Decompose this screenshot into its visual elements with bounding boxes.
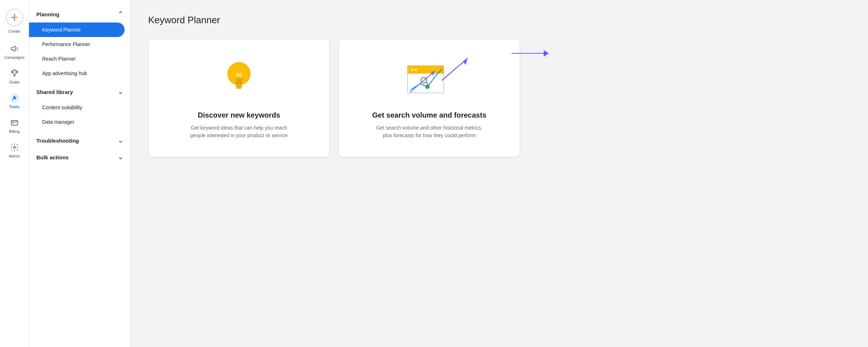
create-label: Create — [8, 29, 20, 33]
svg-rect-6 — [12, 123, 14, 124]
sidebar-item-content-suitability[interactable]: Content suitability — [29, 100, 125, 115]
card-forecast-desc: Get search volume and other historical m… — [375, 124, 484, 139]
bulb-icon-container — [223, 57, 255, 100]
svg-marker-24 — [463, 58, 467, 65]
nav-tools[interactable]: Tools — [0, 89, 29, 113]
card-search-volume-forecasts[interactable]: Get search volume and forecasts Get sear… — [338, 39, 520, 157]
billing-icon-wrap — [9, 118, 20, 128]
trophy-icon — [10, 69, 19, 78]
sidebar-section-shared-library[interactable]: Shared library ⌄ — [29, 83, 130, 100]
admin-label: Admin — [9, 154, 20, 158]
planning-label: Planning — [36, 11, 59, 17]
create-icon-circle[interactable] — [6, 9, 23, 26]
megaphone-icon-wrap — [9, 44, 20, 54]
troubleshooting-chevron: ⌄ — [118, 136, 123, 144]
gear-icon-wrap — [9, 142, 20, 152]
purple-arrow-icon — [438, 55, 475, 84]
arrow-annotation — [511, 50, 549, 57]
card-discover-keywords[interactable]: Discover new keywords Get keyword ideas … — [148, 39, 330, 157]
sidebar-item-performance-planner[interactable]: Performance Planner — [29, 37, 125, 52]
svg-point-7 — [13, 146, 16, 148]
svg-rect-5 — [11, 121, 18, 125]
troubleshooting-label: Troubleshooting — [36, 138, 79, 144]
nav-billing[interactable]: Billing — [0, 113, 29, 138]
page-title: Keyword Planner — [148, 15, 851, 26]
sidebar-item-app-advertising-hub[interactable]: App advertising hub — [29, 66, 125, 81]
gear-icon — [10, 143, 19, 152]
megaphone-icon — [10, 44, 19, 53]
nav-campaigns[interactable]: Campaigns — [0, 39, 29, 64]
planning-chevron-up: ⌃ — [118, 10, 123, 18]
lightbulb-icon — [223, 58, 255, 98]
bulk-actions-chevron: ⌄ — [118, 153, 123, 161]
card-forecast-title: Get search volume and forecasts — [372, 110, 487, 120]
sidebar-section-planning[interactable]: Planning ⌃ — [29, 6, 130, 23]
sidebar-section-troubleshooting[interactable]: Troubleshooting ⌄ — [29, 132, 130, 149]
goals-label: Goals — [9, 80, 20, 84]
svg-rect-12 — [236, 87, 242, 89]
plus-icon — [10, 13, 19, 22]
arrow-line-body — [511, 53, 544, 54]
sidebar-item-keyword-planner[interactable]: Keyword Planner — [29, 23, 125, 37]
icon-nav: Create Campaigns Goals — [0, 0, 29, 347]
svg-rect-10 — [236, 84, 242, 85]
tools-label: Tools — [9, 105, 20, 109]
svg-point-20 — [425, 85, 430, 89]
sidebar-item-data-manager[interactable]: Data manager — [29, 115, 125, 129]
sidebar-section-bulk-actions[interactable]: Bulk actions ⌄ — [29, 149, 130, 166]
cards-container: Discover new keywords Get keyword ideas … — [148, 39, 851, 157]
card-discover-title: Discover new keywords — [198, 110, 280, 120]
svg-point-16 — [411, 69, 413, 71]
billing-icon — [10, 118, 19, 127]
sidebar: Planning ⌃ Keyword Planner Performance P… — [29, 0, 131, 347]
main-content: Keyword Planner — [131, 0, 868, 347]
billing-label: Billing — [9, 129, 20, 134]
svg-point-17 — [415, 69, 417, 71]
wrench-icon — [10, 94, 19, 102]
nav-goals[interactable]: Goals — [0, 64, 29, 89]
shared-library-chevron: ⌄ — [118, 88, 123, 96]
chart-icon-container — [400, 57, 458, 100]
arrow-head — [544, 50, 549, 57]
create-button[interactable]: Create — [0, 4, 29, 39]
trophy-icon-wrap — [9, 68, 20, 78]
svg-rect-11 — [236, 86, 242, 87]
shared-library-label: Shared library — [36, 89, 73, 95]
svg-rect-9 — [236, 82, 242, 83]
nav-admin[interactable]: Admin — [0, 138, 29, 163]
campaigns-label: Campaigns — [4, 55, 25, 60]
sidebar-item-reach-planner[interactable]: Reach Planner — [29, 52, 125, 66]
bulk-actions-label: Bulk actions — [36, 154, 69, 160]
wrench-icon-wrap — [9, 93, 20, 103]
card-discover-desc: Get keyword ideas that can help you reac… — [184, 124, 293, 139]
